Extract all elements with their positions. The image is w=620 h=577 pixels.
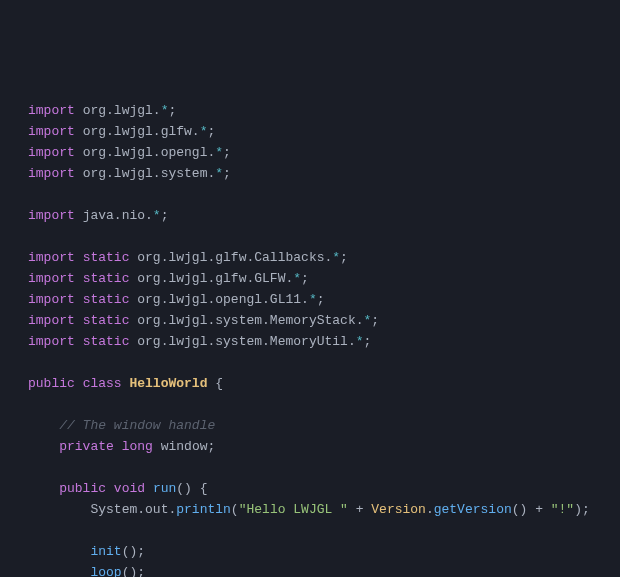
keyword-import: import xyxy=(28,166,75,181)
string-literal: "Hello LWJGL " xyxy=(239,502,348,517)
call: (); xyxy=(122,544,145,559)
keyword-static: static xyxy=(83,292,130,307)
semicolon: ; xyxy=(168,103,176,118)
keyword-import: import xyxy=(28,292,75,307)
code-block: import org.lwjgl.*;import org.lwjgl.glfw… xyxy=(28,100,620,577)
close: ); xyxy=(574,502,590,517)
semicolon: ; xyxy=(223,166,231,181)
semicolon: ; xyxy=(301,271,309,286)
keyword-public: public xyxy=(59,481,106,496)
brace: { xyxy=(207,376,223,391)
blank-line xyxy=(28,226,620,247)
keyword-static: static xyxy=(83,313,130,328)
signature: () { xyxy=(176,481,207,496)
method-call: loop xyxy=(90,565,121,577)
package-path: org.lwjgl. xyxy=(83,103,161,118)
keyword-import: import xyxy=(28,334,75,349)
wildcard: * xyxy=(293,271,301,286)
keyword-import: import xyxy=(28,124,75,139)
type-ref: Version xyxy=(371,502,426,517)
method-call: println xyxy=(176,502,231,517)
package-path: org.lwjgl.glfw.Callbacks. xyxy=(137,250,332,265)
package-path: org.lwjgl.opengl.GL11. xyxy=(137,292,309,307)
wildcard: * xyxy=(215,166,223,181)
semicolon: ; xyxy=(223,145,231,160)
operator: + xyxy=(348,502,371,517)
wildcard: * xyxy=(153,208,161,223)
blank-line xyxy=(28,457,620,478)
package-path: org.lwjgl.glfw.GLFW. xyxy=(137,271,293,286)
keyword-import: import xyxy=(28,250,75,265)
code-line: System.out.println("Hello LWJGL " + Vers… xyxy=(28,499,620,520)
wildcard: * xyxy=(215,145,223,160)
keyword-public: public xyxy=(28,376,75,391)
code-line: import org.lwjgl.*; xyxy=(28,100,620,121)
call: (); xyxy=(122,565,145,577)
code-line: import java.nio.*; xyxy=(28,205,620,226)
code-line: import static org.lwjgl.glfw.Callbacks.*… xyxy=(28,247,620,268)
code-line: import org.lwjgl.glfw.*; xyxy=(28,121,620,142)
semicolon: ; xyxy=(207,439,215,454)
keyword-import: import xyxy=(28,145,75,160)
code-line: init(); xyxy=(28,541,620,562)
blank-line xyxy=(28,520,620,541)
code-line: // The window handle xyxy=(28,415,620,436)
wildcard: * xyxy=(356,334,364,349)
semicolon: ; xyxy=(207,124,215,139)
keyword-import: import xyxy=(28,208,75,223)
semicolon: ; xyxy=(364,334,372,349)
keyword-import: import xyxy=(28,271,75,286)
keyword-private: private xyxy=(59,439,114,454)
operator: + xyxy=(527,502,550,517)
wildcard: * xyxy=(309,292,317,307)
code-line: import static org.lwjgl.system.MemorySta… xyxy=(28,310,620,331)
blank-line xyxy=(28,352,620,373)
package-path: org.lwjgl.system.MemoryUtil. xyxy=(137,334,355,349)
object-ref: System.out. xyxy=(90,502,176,517)
keyword-class: class xyxy=(83,376,122,391)
call: () xyxy=(512,502,528,517)
code-line: import static org.lwjgl.glfw.GLFW.*; xyxy=(28,268,620,289)
package-path: org.lwjgl.system.MemoryStack. xyxy=(137,313,363,328)
semicolon: ; xyxy=(371,313,379,328)
package-path: org.lwjgl.system. xyxy=(83,166,216,181)
class-name: HelloWorld xyxy=(129,376,207,391)
code-line: import org.lwjgl.system.*; xyxy=(28,163,620,184)
keyword-static: static xyxy=(83,250,130,265)
semicolon: ; xyxy=(317,292,325,307)
blank-line xyxy=(28,394,620,415)
code-line: public void run() { xyxy=(28,478,620,499)
paren: ( xyxy=(231,502,239,517)
blank-line xyxy=(28,184,620,205)
keyword-import: import xyxy=(28,103,75,118)
semicolon: ; xyxy=(161,208,169,223)
string-literal: "!" xyxy=(551,502,574,517)
code-line: public class HelloWorld { xyxy=(28,373,620,394)
semicolon: ; xyxy=(340,250,348,265)
method-call: init xyxy=(90,544,121,559)
comment: // The window handle xyxy=(59,418,215,433)
wildcard: * xyxy=(332,250,340,265)
keyword-long: long xyxy=(122,439,153,454)
package-path: org.lwjgl.glfw. xyxy=(83,124,200,139)
field-name: window xyxy=(161,439,208,454)
keyword-static: static xyxy=(83,271,130,286)
code-line: import static org.lwjgl.system.MemoryUti… xyxy=(28,331,620,352)
code-line: import org.lwjgl.opengl.*; xyxy=(28,142,620,163)
keyword-import: import xyxy=(28,313,75,328)
code-line: import static org.lwjgl.opengl.GL11.*; xyxy=(28,289,620,310)
keyword-static: static xyxy=(83,334,130,349)
method-name: run xyxy=(153,481,176,496)
package-path: java.nio. xyxy=(83,208,153,223)
package-path: org.lwjgl.opengl. xyxy=(83,145,216,160)
dot: . xyxy=(426,502,434,517)
code-line: loop(); xyxy=(28,562,620,577)
method-call: getVersion xyxy=(434,502,512,517)
code-line: private long window; xyxy=(28,436,620,457)
keyword-void: void xyxy=(114,481,145,496)
